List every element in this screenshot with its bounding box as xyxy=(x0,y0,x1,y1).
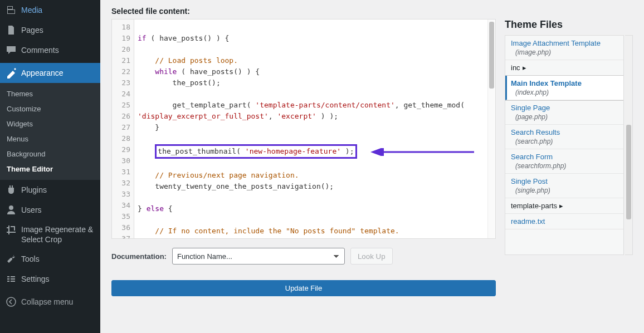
sidebar-item-media[interactable]: Media xyxy=(0,0,100,20)
theme-files-title: Theme Files xyxy=(505,19,633,31)
users-icon xyxy=(6,204,17,216)
theme-files-list[interactable]: Image Attachment Template(image.php)inc▸… xyxy=(505,35,624,255)
sidebar-item-plugins[interactable]: Plugins xyxy=(0,180,100,200)
admin-sidebar: Media Pages Comments Appearance Themes C… xyxy=(0,0,100,333)
sidebar-item-label: Image Regenerate & Select Crop xyxy=(21,224,95,244)
theme-file-item[interactable]: Main Index Template(index.php) xyxy=(505,76,624,100)
sidebar-item-label: Media xyxy=(21,6,42,14)
code-scrollbar[interactable] xyxy=(487,19,495,238)
theme-files-column: Theme Files Image Attachment Template(im… xyxy=(505,19,633,333)
sidebar-sub-theme-editor[interactable]: Theme Editor xyxy=(0,161,100,177)
documentation-label: Documentation: xyxy=(111,252,167,261)
sidebar-item-users[interactable]: Users xyxy=(0,200,100,220)
editor-title: Selected file content: xyxy=(111,7,633,16)
sidebar-item-label: Collapse menu xyxy=(21,297,73,306)
sidebar-sub-menus[interactable]: Menus xyxy=(0,131,100,146)
theme-files-scrollbar[interactable] xyxy=(625,35,633,255)
plugins-icon xyxy=(6,184,17,195)
code-editor[interactable]: 1819202122232425262728293031323334353637… xyxy=(111,19,496,239)
pages-icon xyxy=(6,25,17,36)
theme-file-folder[interactable]: inc▸ xyxy=(505,60,623,76)
media-icon xyxy=(6,4,17,16)
sidebar-item-comments[interactable]: Comments xyxy=(0,40,100,60)
scroll-thumb[interactable] xyxy=(489,22,494,89)
sidebar-sub-themes[interactable]: Themes xyxy=(0,86,100,101)
theme-file-folder[interactable]: template-parts▸ xyxy=(505,198,623,214)
appearance-icon xyxy=(6,67,17,79)
sidebar-item-image-regen[interactable]: Image Regenerate & Select Crop xyxy=(0,220,100,249)
theme-file-item[interactable]: readme.txt xyxy=(505,214,623,229)
documentation-select[interactable]: Function Name... xyxy=(172,248,345,265)
sidebar-sub-widgets[interactable]: Widgets xyxy=(0,116,100,131)
chevron-right-icon: ▸ xyxy=(559,202,563,210)
lookup-button[interactable]: Look Up xyxy=(350,248,393,265)
sidebar-item-label: Comments xyxy=(21,46,59,55)
update-file-button[interactable]: Update File xyxy=(111,280,496,296)
sidebar-item-label: Pages xyxy=(21,26,43,35)
code-area[interactable]: if ( have_posts() ) { // Load posts loop… xyxy=(134,19,487,238)
code-gutter: 1819202122232425262728293031323334353637 xyxy=(112,19,134,238)
sidebar-item-label: Plugins xyxy=(21,185,47,194)
sidebar-item-label: Tools xyxy=(21,254,40,263)
theme-file-item[interactable]: Image Attachment Template(image.php) xyxy=(505,36,623,60)
theme-file-item[interactable]: Search Form(searchform.php) xyxy=(505,149,623,174)
annotation-arrow xyxy=(368,146,480,158)
collapse-icon xyxy=(6,296,17,307)
appearance-submenu: Themes Customize Widgets Menus Backgroun… xyxy=(0,83,100,180)
comments-icon xyxy=(6,45,17,56)
documentation-row: Documentation: Function Name... Look Up xyxy=(111,248,496,265)
settings-icon xyxy=(6,273,17,285)
theme-file-item[interactable]: Single Post(single.php) xyxy=(505,174,623,198)
theme-file-item[interactable]: Single Page(page.php) xyxy=(505,100,623,125)
content-body: Selected file content: 18192021222324252… xyxy=(100,0,644,333)
sidebar-item-tools[interactable]: Tools xyxy=(0,249,100,269)
sidebar-sub-background[interactable]: Background xyxy=(0,146,100,161)
crop-icon xyxy=(6,224,17,236)
scroll-thumb[interactable] xyxy=(626,125,631,219)
editor-column: 1819202122232425262728293031323334353637… xyxy=(111,19,496,333)
sidebar-item-label: Settings xyxy=(21,275,50,283)
sidebar-item-appearance[interactable]: Appearance xyxy=(0,63,100,83)
svg-point-0 xyxy=(7,297,16,306)
theme-file-item[interactable]: Search Results(search.php) xyxy=(505,125,623,149)
sidebar-item-label: Users xyxy=(21,205,42,214)
sidebar-collapse[interactable]: Collapse menu xyxy=(0,292,100,312)
chevron-right-icon: ▸ xyxy=(523,63,526,72)
sidebar-item-settings[interactable]: Settings xyxy=(0,269,100,289)
tools-icon xyxy=(6,253,17,265)
sidebar-item-label: Appearance xyxy=(21,68,64,77)
sidebar-item-pages[interactable]: Pages xyxy=(0,20,100,40)
sidebar-sub-customize[interactable]: Customize xyxy=(0,101,100,116)
